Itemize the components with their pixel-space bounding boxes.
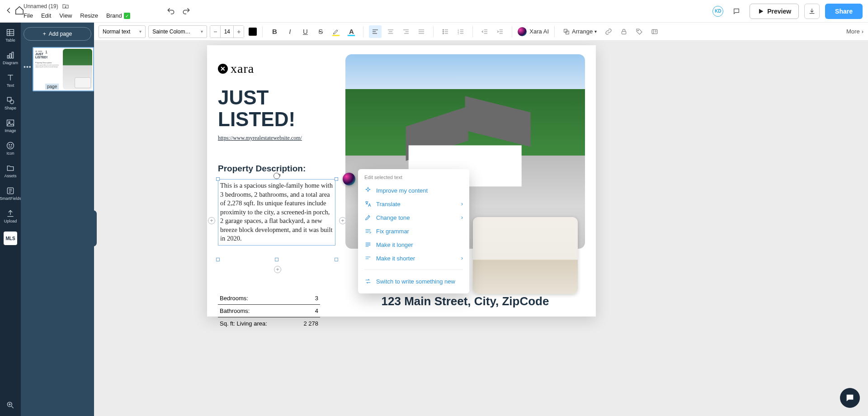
indent-increase-icon[interactable] — [494, 25, 506, 38]
resize-handle[interactable] — [216, 258, 220, 261]
kitchen-inset-image[interactable] — [473, 217, 578, 294]
rotate-handle[interactable] — [274, 173, 280, 179]
section-title[interactable]: Property Description: — [218, 164, 306, 174]
ai-change-tone[interactable]: Change tone› — [358, 211, 469, 224]
svg-rect-50 — [564, 29, 567, 32]
app-header: Unnamed (19) File Edit View Resize Brand… — [0, 0, 868, 23]
page-link[interactable]: https://www.myrealestatewebsite.com/ — [218, 135, 302, 142]
indent-decrease-icon[interactable] — [478, 25, 491, 38]
more-button[interactable]: More› — [846, 28, 863, 35]
font-size-decrease[interactable]: − — [210, 26, 220, 38]
ai-make-shorter[interactable]: Make it shorter› — [358, 251, 469, 265]
document-name[interactable]: Unnamed (19) — [24, 3, 58, 9]
page-logo[interactable]: ✕ xara — [218, 61, 254, 76]
bullet-list-icon[interactable] — [439, 25, 452, 38]
chevron-right-icon: › — [862, 28, 863, 35]
underline-icon[interactable]: U — [299, 25, 311, 38]
svg-point-13 — [9, 145, 10, 146]
page-number: 1 — [45, 50, 47, 54]
page-thumb-menu-icon[interactable]: ••• — [24, 63, 32, 71]
text-color-icon[interactable]: A — [345, 25, 358, 38]
add-handle-bottom[interactable]: + — [274, 266, 281, 273]
comments-icon[interactable] — [729, 4, 744, 19]
menu-brand[interactable]: Brand✓ — [106, 12, 130, 19]
strikethrough-icon[interactable]: S — [314, 25, 327, 38]
ai-fix-grammar[interactable]: Fix grammar — [358, 224, 469, 238]
rail-diagram[interactable]: Diagram — [0, 51, 21, 65]
arrange-button[interactable]: Arrange▾ — [560, 25, 599, 38]
preview-button[interactable]: Preview — [750, 4, 799, 19]
move-to-folder-icon[interactable] — [62, 3, 69, 10]
page-title[interactable]: JUSTLISTED! — [218, 87, 295, 131]
italic-icon[interactable]: I — [283, 25, 296, 38]
ai-improve-content[interactable]: Improve my content — [358, 184, 469, 197]
bold-icon[interactable]: B — [268, 25, 281, 38]
ai-switch-mode[interactable]: Switch to write something new — [358, 274, 469, 288]
rail-upload[interactable]: Upload — [0, 209, 21, 223]
panel-expand-handle[interactable] — [94, 210, 97, 246]
text-color-swatch[interactable] — [249, 28, 257, 36]
svg-point-12 — [7, 142, 14, 149]
menu-edit[interactable]: Edit — [41, 12, 51, 19]
chevron-right-icon: › — [461, 255, 463, 261]
highlight-color-icon[interactable] — [330, 25, 342, 38]
left-tool-rail: Table Diagram Text Shape Image Icon Asse… — [0, 23, 21, 416]
undo-icon[interactable] — [166, 7, 175, 16]
align-left-icon[interactable] — [369, 25, 382, 38]
font-size-stepper[interactable]: − + — [210, 25, 244, 38]
rail-icon[interactable]: Icon — [0, 141, 21, 156]
download-button[interactable] — [804, 4, 820, 19]
align-center-icon[interactable] — [384, 25, 397, 38]
align-right-icon[interactable] — [400, 25, 412, 38]
resize-handle[interactable] — [335, 177, 338, 181]
rail-image[interactable]: Image — [0, 118, 21, 133]
resize-handle[interactable] — [275, 258, 278, 261]
svg-line-17 — [12, 407, 14, 408]
svg-point-14 — [11, 145, 12, 146]
property-details-table[interactable]: Bedrooms:3 Bathrooms:4 Sq. ft: Living ar… — [218, 293, 320, 330]
menu-view[interactable]: View — [59, 12, 72, 19]
svg-point-33 — [443, 31, 444, 32]
font-size-increase[interactable]: + — [234, 26, 244, 38]
align-justify-icon[interactable] — [415, 25, 428, 38]
numbered-list-icon[interactable]: 123 — [454, 25, 467, 38]
add-page-button[interactable]: +Add page — [24, 27, 91, 41]
user-avatar[interactable]: KD — [712, 6, 723, 17]
font-family-select[interactable]: Sainte Colombe Light▾ — [148, 25, 207, 38]
text-style-select[interactable]: Normal text▾ — [99, 25, 146, 38]
svg-rect-7 — [12, 52, 13, 58]
lock-icon[interactable] — [618, 25, 630, 38]
chevron-right-icon: › — [461, 201, 463, 207]
ai-orb-icon[interactable] — [343, 173, 355, 185]
canvas-area[interactable]: ✕ xara JUSTLISTED! https://www.myrealest… — [94, 41, 868, 416]
back-home[interactable] — [4, 5, 24, 15]
ai-translate[interactable]: Translate› — [358, 197, 469, 211]
ai-context-menu: Edit selected text Improve my content Tr… — [358, 169, 469, 293]
redo-icon[interactable] — [182, 7, 191, 16]
svg-point-34 — [443, 33, 444, 34]
link-icon[interactable] — [602, 25, 615, 38]
xara-ai-button[interactable]: Xara AI — [518, 27, 549, 36]
share-button[interactable]: Share — [825, 4, 863, 19]
chat-fab[interactable] — [840, 388, 860, 408]
rail-smartfields[interactable]: SmartFields — [0, 186, 21, 201]
rail-shape[interactable]: Shape — [0, 96, 21, 110]
rail-text[interactable]: Text — [0, 73, 21, 88]
smartfield-insert-icon[interactable] — [648, 25, 661, 38]
menu-resize[interactable]: Resize — [80, 12, 98, 19]
address-text[interactable]: 123 Main Street, City, ZipCode — [345, 294, 585, 308]
resize-handle[interactable] — [216, 177, 220, 181]
font-size-input[interactable] — [220, 26, 234, 38]
rail-table[interactable]: Table — [0, 28, 21, 43]
add-handle-left[interactable]: + — [208, 217, 215, 224]
svg-marker-0 — [759, 9, 763, 14]
rail-zoom[interactable] — [0, 401, 21, 410]
resize-handle[interactable] — [335, 258, 338, 261]
rail-assets[interactable]: Assets — [0, 164, 21, 178]
page-thumbnail-1[interactable]: 1 ⊗ xara JUSTLISTED! Property Descriptio… — [33, 47, 94, 91]
ai-make-longer[interactable]: Make it longer — [358, 238, 469, 251]
menu-file[interactable]: File — [24, 12, 33, 19]
tag-icon[interactable] — [633, 25, 646, 38]
description-text-box[interactable]: This is a spacious single-family home wi… — [218, 179, 335, 246]
rail-mls[interactable]: MLS — [4, 232, 17, 245]
